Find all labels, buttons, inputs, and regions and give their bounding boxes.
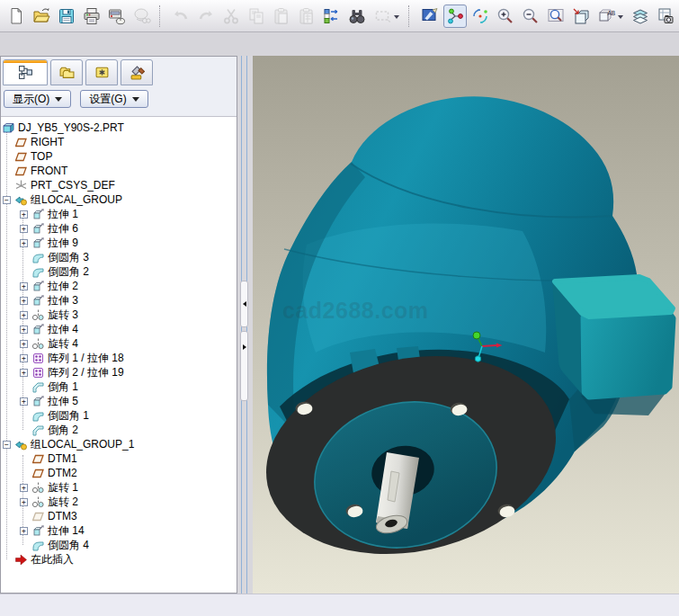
pattern-icon bbox=[32, 367, 44, 379]
zoom-in-icon[interactable] bbox=[494, 4, 517, 28]
splitter-expand-handle[interactable] bbox=[240, 331, 248, 401]
view-capture-icon[interactable] bbox=[654, 4, 677, 28]
tree-item[interactable]: TOP bbox=[1, 149, 237, 164]
tree-item-label: 倒圆角 3 bbox=[48, 250, 89, 265]
caret-down-icon bbox=[618, 15, 623, 22]
tree-item[interactable]: DTM1 bbox=[1, 451, 237, 466]
tree-item[interactable]: +阵列 2 / 拉伸 19 bbox=[1, 365, 237, 379]
tree-item[interactable]: +拉伸 5 bbox=[1, 394, 237, 408]
tab-utilities[interactable] bbox=[121, 59, 153, 85]
tree-item[interactable]: 倒角 2 bbox=[1, 423, 237, 437]
expand-toggle[interactable]: + bbox=[20, 369, 28, 377]
tree-item[interactable]: DTM3 bbox=[1, 509, 237, 523]
print-icon[interactable] bbox=[80, 4, 103, 28]
tree-item[interactable]: 倒圆角 1 bbox=[1, 408, 237, 423]
expand-toggle[interactable]: + bbox=[20, 397, 28, 406]
3d-viewport[interactable]: cad2688.com bbox=[253, 56, 679, 594]
tree-item[interactable]: +拉伸 6 bbox=[1, 221, 237, 236]
expand-toggle[interactable]: + bbox=[20, 326, 28, 334]
tree-item[interactable]: FRONT bbox=[1, 164, 237, 178]
tree-item[interactable]: +拉伸 14 bbox=[1, 523, 237, 538]
junction-box-front bbox=[584, 315, 673, 397]
datum-plane-icon bbox=[15, 137, 27, 148]
revolve-icon bbox=[32, 482, 44, 494]
tree-item[interactable]: +拉伸 1 bbox=[1, 207, 237, 221]
tree-item-label: 组LOCAL_GROUP bbox=[31, 192, 122, 208]
refit-icon[interactable] bbox=[544, 4, 567, 28]
tree-item[interactable]: +旋转 1 bbox=[1, 480, 237, 495]
tree-item-label: 倒角 2 bbox=[48, 423, 78, 438]
expand-toggle[interactable]: + bbox=[20, 239, 28, 247]
layers-icon[interactable] bbox=[629, 4, 652, 28]
tree-item[interactable]: +拉伸 2 bbox=[1, 279, 237, 293]
tree-item[interactable]: −组LOCAL_GROUP_1 bbox=[1, 437, 237, 451]
find-icon[interactable] bbox=[345, 4, 369, 28]
round-icon bbox=[32, 410, 44, 422]
expand-toggle[interactable]: + bbox=[20, 340, 28, 348]
datum-plane-icon bbox=[15, 151, 27, 163]
expand-toggle[interactable]: + bbox=[20, 498, 28, 506]
svg-text:AB: AB bbox=[608, 10, 616, 16]
tree-item[interactable]: 倒角 1 bbox=[1, 379, 237, 394]
tree-item[interactable]: 在此插入 bbox=[1, 552, 237, 567]
tree-item[interactable]: DJ_YB5_Y90S-2.PRT bbox=[1, 121, 237, 135]
tree-item[interactable]: PRT_CSYS_DEF bbox=[1, 178, 237, 192]
round-icon bbox=[32, 540, 44, 551]
tree-item[interactable]: RIGHT bbox=[1, 135, 237, 149]
expand-toggle[interactable]: + bbox=[20, 297, 28, 305]
settings-dropdown[interactable]: 设置(G) bbox=[80, 90, 147, 108]
open-file-icon[interactable] bbox=[30, 4, 53, 28]
main-toolbar: AB bbox=[0, 0, 679, 32]
expand-toggle[interactable]: + bbox=[20, 484, 28, 492]
datum-label-icon[interactable]: AB bbox=[594, 4, 627, 28]
save-icon[interactable] bbox=[55, 4, 78, 28]
favorites-icon bbox=[94, 65, 110, 80]
revolve-icon bbox=[32, 496, 44, 508]
tree-item-label: 拉伸 6 bbox=[48, 221, 78, 237]
new-file-icon[interactable] bbox=[4, 4, 28, 28]
tree-item-label: 倒角 1 bbox=[48, 379, 78, 395]
tree-item[interactable]: +拉伸 9 bbox=[1, 236, 237, 250]
expand-toggle[interactable]: − bbox=[3, 441, 11, 449]
panel-splitter[interactable] bbox=[237, 56, 253, 594]
tree-item[interactable]: DTM2 bbox=[1, 466, 237, 480]
extrude-icon bbox=[32, 209, 44, 220]
pattern-icon bbox=[32, 353, 44, 364]
show-dropdown[interactable]: 显示(O) bbox=[4, 90, 71, 108]
tree-item[interactable]: +拉伸 4 bbox=[1, 322, 237, 336]
tree-item-label: 阵列 1 / 拉伸 18 bbox=[48, 351, 124, 366]
expand-toggle[interactable]: + bbox=[20, 282, 28, 290]
arrow-left-icon bbox=[243, 301, 246, 307]
regenerate-icon[interactable] bbox=[320, 4, 344, 28]
repaint-icon[interactable] bbox=[418, 4, 442, 28]
tree-item-label: 旋转 2 bbox=[48, 495, 78, 510]
orient-mode-icon[interactable] bbox=[469, 4, 492, 28]
tree-item[interactable]: +旋转 3 bbox=[1, 308, 237, 322]
splitter-collapse-handle[interactable] bbox=[240, 281, 248, 327]
tree-item[interactable]: 倒圆角 2 bbox=[1, 264, 237, 279]
expand-toggle[interactable]: + bbox=[20, 225, 28, 233]
zoom-out-icon[interactable] bbox=[519, 4, 542, 28]
expand-toggle[interactable]: + bbox=[20, 210, 28, 219]
expand-toggle[interactable]: + bbox=[20, 311, 28, 319]
tree-item[interactable]: +旋转 4 bbox=[1, 336, 237, 351]
tree-item[interactable]: −组LOCAL_GROUP bbox=[1, 192, 237, 207]
tree-item[interactable]: +阵列 1 / 拉伸 18 bbox=[1, 351, 237, 365]
tree-item-label: 旋转 1 bbox=[48, 480, 78, 495]
tab-model-tree[interactable] bbox=[3, 59, 48, 85]
tree-item[interactable]: 倒圆角 3 bbox=[1, 250, 237, 264]
expand-toggle[interactable]: + bbox=[20, 354, 28, 362]
spin-center-icon[interactable] bbox=[443, 4, 467, 28]
extrude-icon bbox=[32, 281, 44, 292]
expand-toggle[interactable]: − bbox=[3, 196, 11, 204]
tree-item-label: 拉伸 4 bbox=[48, 322, 78, 337]
tree-item[interactable]: +旋转 2 bbox=[1, 495, 237, 509]
tab-folder-browser[interactable] bbox=[50, 59, 83, 85]
chamfer-icon bbox=[32, 381, 44, 393]
tree-item[interactable]: +拉伸 3 bbox=[1, 293, 237, 308]
tab-favorites[interactable] bbox=[85, 59, 118, 85]
expand-toggle[interactable]: + bbox=[20, 527, 28, 535]
saved-views-icon[interactable] bbox=[569, 4, 593, 28]
send-model-icon[interactable] bbox=[105, 4, 129, 28]
tree-item[interactable]: 倒圆角 4 bbox=[1, 538, 237, 552]
